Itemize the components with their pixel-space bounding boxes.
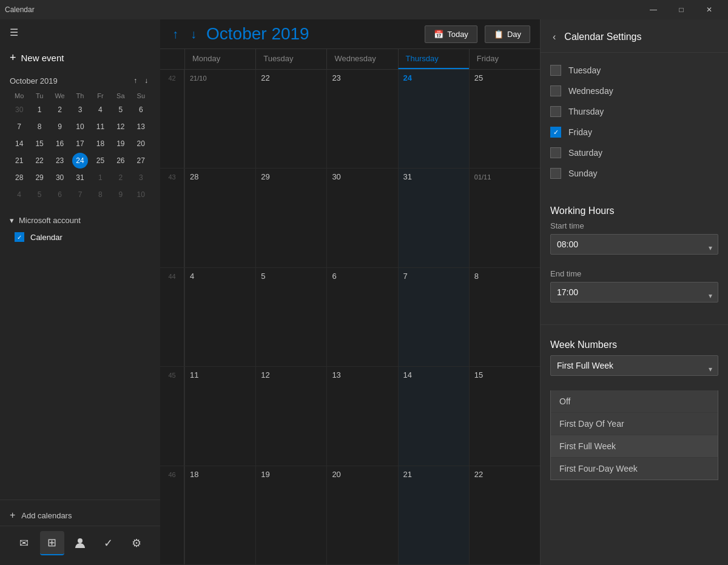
mini-cal-day[interactable]: 22 <box>32 153 47 169</box>
list-item[interactable]: 14 <box>398 367 469 465</box>
list-item[interactable]: 01/11 <box>469 169 540 267</box>
list-item[interactable]: 21/10 <box>184 70 255 168</box>
mini-cal-day[interactable]: 4 <box>12 187 27 202</box>
hamburger-icon[interactable]: ☰ <box>10 27 18 38</box>
mini-cal-day[interactable]: 24 <box>72 153 88 169</box>
end-time-select[interactable]: 17:00 18:00 <box>550 282 718 303</box>
mini-cal-day[interactable]: 5 <box>113 102 129 118</box>
mini-cal-day[interactable]: 18 <box>92 136 108 152</box>
list-item[interactable]: 13 <box>326 367 397 465</box>
mini-cal-day[interactable]: 9 <box>113 187 129 202</box>
mini-cal-day[interactable]: 25 <box>92 153 108 169</box>
mini-cal-day[interactable]: 8 <box>92 187 108 202</box>
list-item[interactable]: First Day Of Year <box>551 413 718 435</box>
mini-cal-day[interactable]: 6 <box>133 102 149 118</box>
list-item[interactable]: 18 <box>184 466 255 564</box>
mini-cal-day[interactable]: 2 <box>52 102 68 118</box>
mini-cal-day[interactable]: 27 <box>133 153 149 169</box>
cal-prev-button[interactable]: ↑ <box>170 25 181 44</box>
mini-cal-day[interactable]: 30 <box>52 170 68 186</box>
mini-cal-day[interactable]: 20 <box>133 136 149 152</box>
list-item[interactable]: 15 <box>469 367 540 465</box>
calendar-nav-button[interactable]: ⊞ <box>40 531 64 555</box>
mini-cal-day[interactable]: 1 <box>92 170 108 186</box>
settings-day-checkbox[interactable] <box>550 147 561 158</box>
mini-cal-day[interactable]: 8 <box>32 119 47 135</box>
minimize-button[interactable]: — <box>639 0 667 19</box>
mini-cal-day[interactable]: 26 <box>113 153 129 169</box>
today-button[interactable]: 📅 Today <box>425 25 477 43</box>
settings-day-checkbox[interactable]: ✓ <box>550 127 561 138</box>
list-item[interactable]: 22 <box>469 466 540 564</box>
list-item[interactable]: 28 <box>184 169 255 267</box>
settings-nav-button[interactable]: ⚙ <box>124 531 149 555</box>
list-item[interactable]: 20 <box>326 466 397 564</box>
mini-cal-day[interactable]: 6 <box>52 187 68 202</box>
mini-cal-day[interactable]: 5 <box>32 187 47 202</box>
settings-day-checkbox[interactable] <box>550 65 561 76</box>
list-item[interactable]: 31 <box>398 169 469 267</box>
list-item[interactable]: 11 <box>184 367 255 465</box>
mini-cal-day[interactable]: 13 <box>133 119 149 135</box>
cal-next-button[interactable]: ↓ <box>188 25 199 44</box>
mini-cal-day[interactable]: 9 <box>52 119 68 135</box>
people-nav-button[interactable] <box>68 531 92 555</box>
microsoft-account-header[interactable]: ▾ Microsoft account <box>0 212 160 229</box>
mini-cal-next[interactable]: ↓ <box>142 75 150 86</box>
list-item[interactable]: Off <box>551 390 718 413</box>
mini-cal-day[interactable]: 29 <box>32 170 47 186</box>
list-item[interactable]: 24 <box>398 70 469 168</box>
mini-cal-day[interactable]: 31 <box>72 170 88 186</box>
mini-cal-day[interactable]: 23 <box>52 153 68 169</box>
mini-cal-day[interactable]: 2 <box>113 170 129 186</box>
close-button[interactable]: ✕ <box>695 0 723 19</box>
settings-day-checkbox[interactable] <box>550 106 561 117</box>
day-view-button[interactable]: 📋 Day <box>485 25 530 43</box>
mini-cal-day[interactable]: 3 <box>72 102 88 118</box>
mini-cal-day[interactable]: 11 <box>92 119 108 135</box>
mini-cal-day[interactable]: 21 <box>12 153 27 169</box>
mini-cal-day[interactable]: 16 <box>52 136 68 152</box>
list-item[interactable]: 30 <box>326 169 397 267</box>
mini-cal-day[interactable]: 30 <box>12 102 27 118</box>
list-item[interactable]: 23 <box>326 70 397 168</box>
settings-back-button[interactable]: ‹ <box>550 29 558 45</box>
list-item[interactable]: 29 <box>255 169 326 267</box>
mini-cal-day[interactable]: 14 <box>12 136 27 152</box>
mini-cal-day[interactable]: 3 <box>133 170 149 186</box>
settings-day-checkbox[interactable] <box>550 85 561 96</box>
list-item[interactable]: 21 <box>398 466 469 564</box>
list-item[interactable]: 4 <box>184 268 255 366</box>
list-item[interactable]: First Full Week <box>551 435 718 458</box>
list-item[interactable]: First Four-Day Week <box>551 458 718 480</box>
list-item[interactable]: 8 <box>469 268 540 366</box>
mini-cal-day[interactable]: 12 <box>113 119 129 135</box>
mini-cal-day[interactable]: 17 <box>72 136 88 152</box>
add-calendars-button[interactable]: + Add calendars <box>0 505 160 526</box>
maximize-button[interactable]: □ <box>667 0 695 19</box>
list-item[interactable]: 12 <box>255 367 326 465</box>
week-numbers-select[interactable]: OffFirst Day Of YearFirst Full WeekFirst… <box>550 355 718 376</box>
mini-cal-day[interactable]: 15 <box>32 136 47 152</box>
mini-cal-day[interactable]: 19 <box>113 136 129 152</box>
mini-cal-day[interactable]: 10 <box>133 187 149 202</box>
list-item[interactable]: 22 <box>255 70 326 168</box>
mini-cal-day[interactable]: 28 <box>12 170 27 186</box>
mini-cal-day[interactable]: 7 <box>72 187 88 202</box>
mini-cal-day[interactable]: 1 <box>32 102 47 118</box>
mail-nav-button[interactable]: ✉ <box>12 531 36 555</box>
list-item[interactable]: 19 <box>255 466 326 564</box>
list-item[interactable]: 6 <box>326 268 397 366</box>
settings-day-checkbox[interactable] <box>550 168 561 179</box>
mini-cal-prev[interactable]: ↑ <box>131 75 140 86</box>
new-event-button[interactable]: + New event <box>0 45 160 70</box>
calendar-item[interactable]: ✓ Calendar <box>0 229 160 246</box>
list-item[interactable]: 25 <box>469 70 540 168</box>
mini-cal-day[interactable]: 4 <box>92 102 108 118</box>
todo-nav-button[interactable]: ✓ <box>96 531 120 555</box>
mini-cal-day[interactable]: 7 <box>12 119 27 135</box>
calendar-checkbox[interactable]: ✓ <box>15 232 24 242</box>
list-item[interactable]: 5 <box>255 268 326 366</box>
start-time-select[interactable]: 08:00 09:00 <box>550 234 718 255</box>
mini-cal-day[interactable]: 10 <box>72 119 88 135</box>
